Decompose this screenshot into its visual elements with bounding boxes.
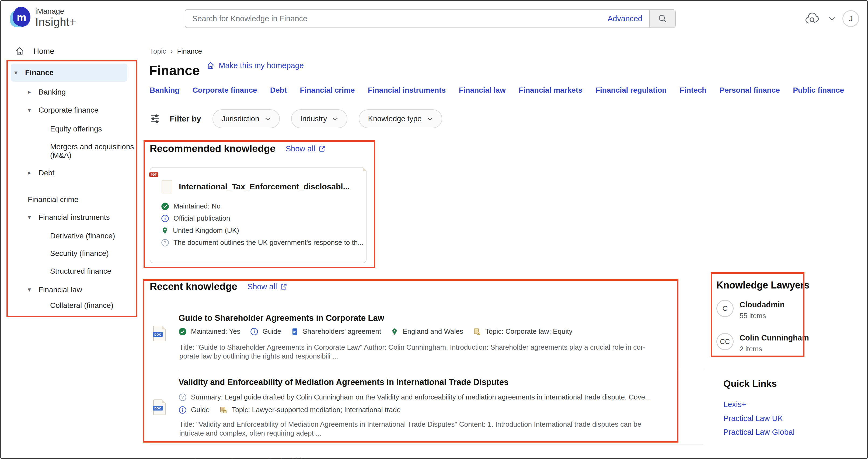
make-homepage-link[interactable]: Make this my homepage [206,61,304,70]
caret-down-icon[interactable]: ▾ [14,69,25,76]
topic-link-fintech[interactable]: Fintech [680,86,707,95]
meta-row: Official publication [161,214,366,222]
filter-pill-label: Industry [300,115,327,123]
sidebar-item-debt[interactable]: ▸Debt [28,169,54,177]
recent-item-snippet: Title: "Guide to Shareholder Agreements … [179,343,645,361]
advanced-search-link[interactable]: Advanced [608,14,642,23]
sidebar-item-label: Financial law [38,285,82,294]
knowledge-lawyers-heading: Knowledge Lawyers [716,280,810,291]
topic-link-personal-finance[interactable]: Personal finance [720,86,780,95]
home-icon [206,61,215,70]
caret-down-icon[interactable]: ▾ [28,285,38,293]
sidebar-item-corporate-finance[interactable]: ▾Corporate finance [28,106,99,115]
filter-pill-knowledge-type[interactable]: Knowledge type [359,110,442,128]
filter-row: Filter by JurisdictionIndustryKnowledge … [150,109,442,128]
meta-text: Maintained: Yes [191,327,241,336]
meta-row: Maintained: No [161,202,366,210]
search-input[interactable] [185,14,605,23]
quick-link-practical-law-global[interactable]: Practical Law Global [723,428,795,437]
cloud-search-icon[interactable] [805,12,822,25]
external-link-icon [318,145,326,152]
recommended-card-title[interactable]: International_Tax_Enforcement_disclosabl… [179,182,350,191]
user-avatar[interactable]: J [842,10,859,27]
quick-link-practical-law-uk[interactable]: Practical Law UK [723,414,783,423]
recent-item-title[interactable]: Guide to Shareholder Agreements in Corpo… [179,313,384,323]
topic-link-financial-markets[interactable]: Financial markets [519,86,583,95]
recommended-show-all[interactable]: Show all [286,144,326,153]
filter-pill-industry[interactable]: Industry [291,110,348,128]
topic-link-financial-regulation[interactable]: Financial regulation [595,86,666,95]
recommended-section-header: Recommended knowledge Show all [150,143,326,154]
lawyer-row-colin-cunningham[interactable]: CCColin Cunningham2 items [716,333,809,353]
imanage-logo-icon: m [10,7,31,29]
topic-icon [473,328,481,336]
search-button[interactable] [649,10,675,28]
chevron-down-icon[interactable] [829,17,835,21]
sidebar-item-structured-finance[interactable]: Structured finance [50,267,111,276]
topic-link-corporate-finance[interactable]: Corporate finance [192,86,257,95]
chevron-down-icon [332,117,338,121]
topic-link-financial-instruments[interactable]: Financial instruments [368,86,446,95]
sidebar-item-home[interactable]: Home [15,47,54,56]
sidebar-item-label: Mergers and acquisitions (M&A) [50,143,139,160]
breadcrumb: Topic › Finance [150,47,202,56]
sidebar-item-finance[interactable]: ▾Finance [11,64,127,82]
sidebar-item-label: Debt [38,169,54,177]
lawyer-name[interactable]: Colin Cunningham [740,333,809,342]
recent-item-title[interactable]: Validity and Enforceability of Mediation… [179,377,508,387]
sidebar-item-derivative-finance[interactable]: Derivative (finance) [50,232,115,240]
info-icon [161,214,169,222]
recommended-card-meta: Maintained: NoOfficial publicationUnited… [161,202,366,247]
sidebar-item-security-finance[interactable]: Security (finance) [50,249,109,258]
quick-links-heading: Quick Links [723,378,777,389]
sidebar-item-mergers-and-acquisitions-m-a[interactable]: Mergers and acquisitions (M&A) [50,143,139,160]
sidebar-item-financial-crime[interactable]: Financial crime [28,195,79,204]
lawyer-row-cloudadmin[interactable]: CCloudadmin55 items [716,300,785,320]
meta-info: Guide [179,406,210,414]
meta-topic: Topic: Corporate law; Equity [473,327,572,336]
sidebar-item-label: Security (finance) [50,249,109,258]
breadcrumb-root[interactable]: Topic [150,47,166,56]
sidebar-item-label: Collateral (finance) [50,301,113,310]
sidebar-item-label: Structured finance [50,267,111,276]
lawyer-name[interactable]: Cloudadmin [740,300,785,309]
caret-right-icon[interactable]: ▸ [28,169,38,177]
caret-down-icon[interactable]: ▾ [28,106,38,114]
breadcrumb-current: Finance [177,47,202,56]
filter-pill-jurisdiction[interactable]: Jurisdiction [213,110,280,128]
breadcrumb-separator: › [170,47,173,56]
svg-text:?: ? [164,240,166,245]
meta-text: Official publication [174,214,230,222]
sidebar-item-financial-law[interactable]: ▾Financial law [28,285,82,294]
recent-show-all[interactable]: Show all [248,282,288,291]
meta-text: Topic: Lawyer-supported mediation; Inter… [231,406,400,414]
sidebar-item-label: Banking [38,88,66,96]
quick-link-lexis[interactable]: Lexis+ [723,400,746,409]
file-type-badge: DOC [153,406,163,410]
meta-text: Guide [191,406,210,414]
filter-sliders-icon [150,114,160,124]
svg-text:?: ? [181,395,184,399]
topic-link-banking[interactable]: Banking [150,86,179,95]
recommended-card[interactable]: PDF International_Tax_Enforcement_disclo… [150,167,367,263]
sidebar-item-financial-instruments[interactable]: ▾Financial instruments [28,213,110,222]
recent-section-header: Recent knowledge Show all [150,281,287,292]
sidebar-item-equity-offerings[interactable]: Equity offerings [50,125,102,133]
app-window: m iManage Insight+ Advanced [0,0,868,459]
pin-icon [161,226,168,235]
sidebar-item-banking[interactable]: ▸Banking [28,88,66,96]
sidebar-item-collateral-finance[interactable]: Collateral (finance) [50,301,113,310]
caret-right-icon[interactable]: ▸ [28,88,38,96]
topic-link-financial-law[interactable]: Financial law [459,86,505,95]
topic-link-public-finance[interactable]: Public finance [793,86,844,95]
next-item-title-clipped[interactable]: Project "ITA data transfer facilities ag… [181,457,364,459]
topic-link-financial-crime[interactable]: Financial crime [300,86,355,95]
info-icon [250,328,258,336]
subtopic-links: BankingCorporate financeDebtFinancial cr… [150,86,844,95]
app-logo[interactable]: m iManage Insight+ [10,7,76,29]
topic-link-debt[interactable]: Debt [270,86,287,95]
filter-pill-label: Knowledge type [368,115,422,123]
topic-icon [219,406,227,414]
meta-row: Maintained: YesGuideShareholders' agreem… [179,327,572,336]
caret-down-icon[interactable]: ▾ [28,213,38,221]
